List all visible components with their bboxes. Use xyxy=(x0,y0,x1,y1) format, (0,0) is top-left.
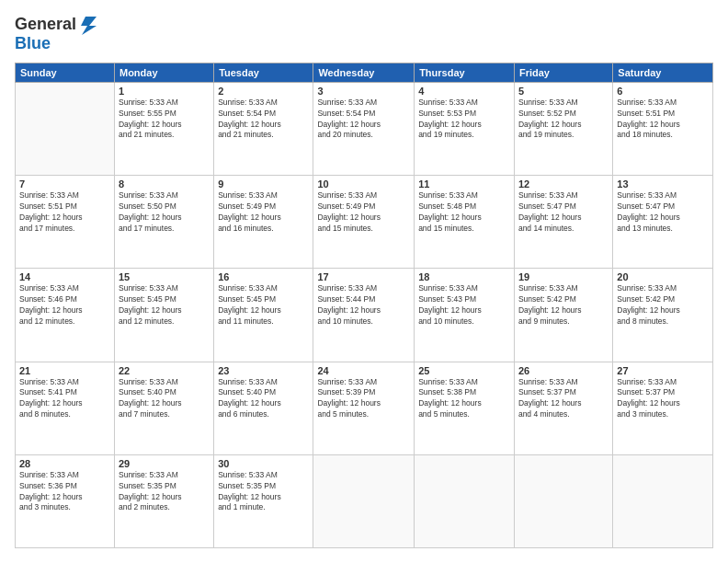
calendar-cell: 15Sunrise: 5:33 AM Sunset: 5:45 PM Dayli… xyxy=(114,269,213,362)
day-info: Sunrise: 5:33 AM Sunset: 5:47 PM Dayligh… xyxy=(617,190,709,235)
day-number: 8 xyxy=(119,178,210,190)
calendar-cell: 8Sunrise: 5:33 AM Sunset: 5:50 PM Daylig… xyxy=(114,176,213,269)
day-number: 4 xyxy=(418,86,510,97)
day-number: 16 xyxy=(218,271,309,282)
logo: General Blue xyxy=(15,15,98,53)
day-info: Sunrise: 5:33 AM Sunset: 5:54 PM Dayligh… xyxy=(218,98,309,142)
calendar-cell: 27Sunrise: 5:33 AM Sunset: 5:37 PM Dayli… xyxy=(613,362,713,454)
page: General Blue SundayMondayTuesdayWednesda… xyxy=(0,0,728,563)
day-info: Sunrise: 5:33 AM Sunset: 5:50 PM Dayligh… xyxy=(119,190,210,235)
day-info: Sunrise: 5:33 AM Sunset: 5:53 PM Dayligh… xyxy=(418,98,510,142)
day-number: 21 xyxy=(19,365,110,376)
day-header-sunday: Sunday xyxy=(16,63,115,82)
week-row-2: 14Sunrise: 5:33 AM Sunset: 5:46 PM Dayli… xyxy=(16,269,713,362)
day-info: Sunrise: 5:33 AM Sunset: 5:49 PM Dayligh… xyxy=(218,190,309,235)
calendar-cell: 1Sunrise: 5:33 AM Sunset: 5:55 PM Daylig… xyxy=(114,82,213,175)
day-number: 24 xyxy=(317,365,410,376)
day-number: 1 xyxy=(119,86,210,97)
day-number: 14 xyxy=(19,271,110,282)
day-header-thursday: Thursday xyxy=(415,63,515,82)
day-info: Sunrise: 5:33 AM Sunset: 5:43 PM Dayligh… xyxy=(418,283,510,327)
day-number: 29 xyxy=(119,458,210,469)
day-number: 5 xyxy=(518,86,609,97)
calendar-cell: 5Sunrise: 5:33 AM Sunset: 5:52 PM Daylig… xyxy=(514,82,612,175)
day-number: 3 xyxy=(317,86,410,97)
calendar-cell: 20Sunrise: 5:33 AM Sunset: 5:42 PM Dayli… xyxy=(613,269,713,362)
day-number: 11 xyxy=(418,178,510,190)
day-number: 13 xyxy=(617,178,709,190)
day-number: 6 xyxy=(617,86,709,97)
day-info: Sunrise: 5:33 AM Sunset: 5:46 PM Dayligh… xyxy=(19,283,110,327)
calendar-cell: 7Sunrise: 5:33 AM Sunset: 5:51 PM Daylig… xyxy=(16,176,115,269)
calendar-cell: 25Sunrise: 5:33 AM Sunset: 5:38 PM Dayli… xyxy=(415,362,515,454)
day-number: 19 xyxy=(518,271,609,282)
day-number: 15 xyxy=(119,271,210,282)
day-info: Sunrise: 5:33 AM Sunset: 5:48 PM Dayligh… xyxy=(418,190,510,235)
calendar-cell: 16Sunrise: 5:33 AM Sunset: 5:45 PM Dayli… xyxy=(214,269,313,362)
day-number: 22 xyxy=(119,365,210,376)
calendar-cell: 19Sunrise: 5:33 AM Sunset: 5:42 PM Dayli… xyxy=(514,269,612,362)
calendar-cell: 13Sunrise: 5:33 AM Sunset: 5:47 PM Dayli… xyxy=(613,176,713,269)
day-header-tuesday: Tuesday xyxy=(214,63,313,82)
day-header-wednesday: Wednesday xyxy=(313,63,415,82)
week-row-0: 1Sunrise: 5:33 AM Sunset: 5:55 PM Daylig… xyxy=(16,82,713,175)
week-row-4: 28Sunrise: 5:33 AM Sunset: 5:36 PM Dayli… xyxy=(16,454,713,547)
day-info: Sunrise: 5:33 AM Sunset: 5:37 PM Dayligh… xyxy=(617,377,709,421)
day-info: Sunrise: 5:33 AM Sunset: 5:35 PM Dayligh… xyxy=(119,470,210,514)
day-info: Sunrise: 5:33 AM Sunset: 5:51 PM Dayligh… xyxy=(617,98,709,142)
calendar-cell: 29Sunrise: 5:33 AM Sunset: 5:35 PM Dayli… xyxy=(114,454,213,547)
calendar-cell: 4Sunrise: 5:33 AM Sunset: 5:53 PM Daylig… xyxy=(415,82,515,175)
day-number: 27 xyxy=(617,365,709,376)
calendar-cell: 17Sunrise: 5:33 AM Sunset: 5:44 PM Dayli… xyxy=(313,269,415,362)
calendar-cell: 18Sunrise: 5:33 AM Sunset: 5:43 PM Dayli… xyxy=(415,269,515,362)
day-info: Sunrise: 5:33 AM Sunset: 5:52 PM Dayligh… xyxy=(518,98,609,142)
day-info: Sunrise: 5:33 AM Sunset: 5:54 PM Dayligh… xyxy=(317,98,410,142)
day-info: Sunrise: 5:33 AM Sunset: 5:40 PM Dayligh… xyxy=(119,377,210,421)
day-info: Sunrise: 5:33 AM Sunset: 5:49 PM Dayligh… xyxy=(317,190,410,235)
calendar-cell xyxy=(415,454,515,547)
week-row-3: 21Sunrise: 5:33 AM Sunset: 5:41 PM Dayli… xyxy=(16,362,713,454)
day-info: Sunrise: 5:33 AM Sunset: 5:45 PM Dayligh… xyxy=(218,283,309,327)
logo-text: General Blue xyxy=(15,15,98,53)
day-number: 20 xyxy=(617,271,709,282)
week-row-1: 7Sunrise: 5:33 AM Sunset: 5:51 PM Daylig… xyxy=(16,176,713,269)
calendar-body: 1Sunrise: 5:33 AM Sunset: 5:55 PM Daylig… xyxy=(16,82,713,547)
day-header-monday: Monday xyxy=(114,63,213,82)
day-number: 2 xyxy=(218,86,309,97)
day-info: Sunrise: 5:33 AM Sunset: 5:45 PM Dayligh… xyxy=(119,283,210,327)
day-info: Sunrise: 5:33 AM Sunset: 5:39 PM Dayligh… xyxy=(317,377,410,421)
day-info: Sunrise: 5:33 AM Sunset: 5:42 PM Dayligh… xyxy=(518,283,609,327)
day-info: Sunrise: 5:33 AM Sunset: 5:55 PM Dayligh… xyxy=(119,98,210,142)
calendar-cell: 6Sunrise: 5:33 AM Sunset: 5:51 PM Daylig… xyxy=(613,82,713,175)
day-number: 26 xyxy=(518,365,609,376)
calendar-cell xyxy=(514,454,612,547)
calendar-cell xyxy=(16,82,115,175)
day-info: Sunrise: 5:33 AM Sunset: 5:41 PM Dayligh… xyxy=(19,377,110,421)
calendar-cell: 10Sunrise: 5:33 AM Sunset: 5:49 PM Dayli… xyxy=(313,176,415,269)
header: General Blue xyxy=(15,15,713,53)
calendar-cell: 21Sunrise: 5:33 AM Sunset: 5:41 PM Dayli… xyxy=(16,362,115,454)
calendar-table: SundayMondayTuesdayWednesdayThursdayFrid… xyxy=(15,63,713,548)
day-number: 18 xyxy=(418,271,510,282)
calendar-cell xyxy=(613,454,713,547)
day-number: 9 xyxy=(218,178,309,190)
day-info: Sunrise: 5:33 AM Sunset: 5:47 PM Dayligh… xyxy=(518,190,609,235)
calendar-cell: 3Sunrise: 5:33 AM Sunset: 5:54 PM Daylig… xyxy=(313,82,415,175)
calendar-cell: 26Sunrise: 5:33 AM Sunset: 5:37 PM Dayli… xyxy=(514,362,612,454)
day-info: Sunrise: 5:33 AM Sunset: 5:51 PM Dayligh… xyxy=(19,190,110,235)
day-header-friday: Friday xyxy=(514,63,612,82)
day-info: Sunrise: 5:33 AM Sunset: 5:37 PM Dayligh… xyxy=(518,377,609,421)
day-number: 30 xyxy=(218,458,309,469)
calendar-cell: 30Sunrise: 5:33 AM Sunset: 5:35 PM Dayli… xyxy=(214,454,313,547)
day-number: 12 xyxy=(518,178,609,190)
day-number: 25 xyxy=(418,365,510,376)
day-info: Sunrise: 5:33 AM Sunset: 5:35 PM Dayligh… xyxy=(218,470,309,514)
days-header-row: SundayMondayTuesdayWednesdayThursdayFrid… xyxy=(16,63,713,82)
day-info: Sunrise: 5:33 AM Sunset: 5:38 PM Dayligh… xyxy=(418,377,510,421)
calendar-cell xyxy=(313,454,415,547)
calendar-cell: 23Sunrise: 5:33 AM Sunset: 5:40 PM Dayli… xyxy=(214,362,313,454)
calendar-cell: 22Sunrise: 5:33 AM Sunset: 5:40 PM Dayli… xyxy=(114,362,213,454)
calendar-cell: 24Sunrise: 5:33 AM Sunset: 5:39 PM Dayli… xyxy=(313,362,415,454)
calendar-cell: 12Sunrise: 5:33 AM Sunset: 5:47 PM Dayli… xyxy=(514,176,612,269)
calendar-cell: 28Sunrise: 5:33 AM Sunset: 5:36 PM Dayli… xyxy=(16,454,115,547)
